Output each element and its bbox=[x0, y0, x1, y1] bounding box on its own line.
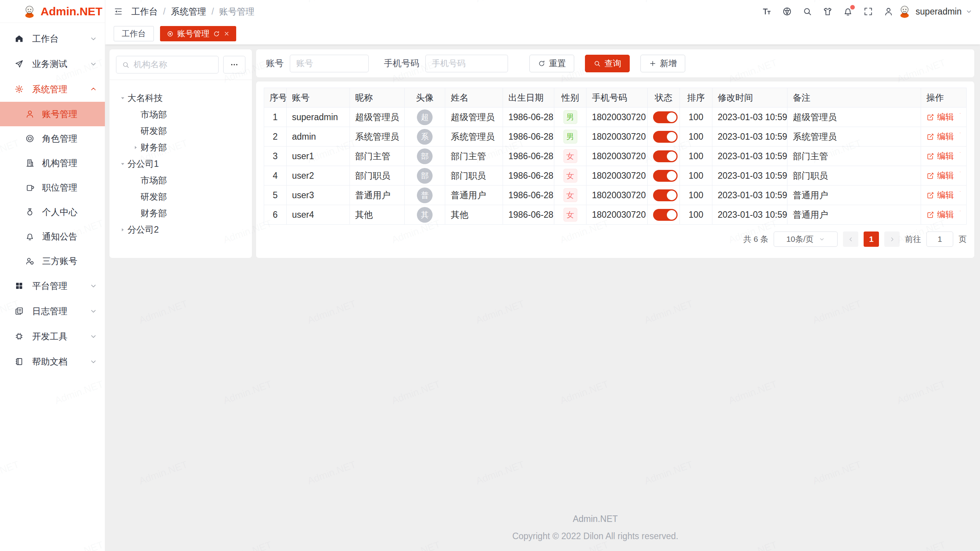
status-toggle[interactable] bbox=[653, 150, 678, 162]
theme-icon[interactable] bbox=[823, 7, 833, 16]
tab-账号管理[interactable]: 账号管理 bbox=[160, 26, 236, 41]
tree-node-研发部[interactable]: 研发部 bbox=[116, 123, 245, 139]
status-toggle[interactable] bbox=[653, 170, 678, 182]
cell-avatar: 其 bbox=[404, 205, 445, 225]
more-actions-button[interactable] bbox=[959, 132, 961, 141]
notification-icon[interactable] bbox=[843, 7, 853, 16]
chip-icon bbox=[15, 332, 24, 341]
breadcrumb-item[interactable]: 工作台 bbox=[131, 6, 158, 18]
sidebar-subitem-角色管理[interactable]: 角色管理 bbox=[0, 126, 105, 151]
more-actions-button[interactable] bbox=[959, 210, 961, 219]
user-icon[interactable] bbox=[884, 7, 893, 16]
tree-node-分公司1[interactable]: 分公司1 bbox=[116, 156, 245, 172]
column-header-op: 操作 bbox=[921, 88, 966, 108]
cell-remark: 普通用户 bbox=[787, 186, 921, 205]
collapse-menu-icon[interactable] bbox=[114, 7, 123, 16]
language-icon[interactable] bbox=[782, 7, 792, 16]
cell-modified: 2023-01-03 10:59:44 bbox=[712, 186, 787, 205]
tree-node-分公司2[interactable]: 分公司2 bbox=[116, 222, 245, 238]
app-logo[interactable]: Admin.NET bbox=[0, 0, 105, 23]
edit-button[interactable]: 编辑 bbox=[926, 131, 954, 142]
breadcrumb-item[interactable]: 账号管理 bbox=[219, 6, 255, 18]
tab-工作台[interactable]: 工作台 bbox=[114, 26, 154, 41]
tree-node-大名科技[interactable]: 大名科技 bbox=[116, 90, 245, 106]
row-actions: 编辑 bbox=[926, 170, 961, 181]
more-actions-button[interactable] bbox=[959, 191, 961, 200]
sidebar-item-日志管理[interactable]: 日志管理 bbox=[0, 298, 105, 324]
sidebar-item-系统管理[interactable]: 系统管理 bbox=[0, 77, 105, 102]
close-icon[interactable] bbox=[224, 31, 230, 37]
search-icon[interactable] bbox=[802, 7, 812, 16]
status-toggle[interactable] bbox=[653, 189, 678, 201]
caret-right-icon[interactable] bbox=[131, 143, 140, 153]
phone-input[interactable] bbox=[425, 55, 508, 72]
user-menu[interactable]: superadmin bbox=[897, 4, 972, 19]
tree-node-label: 财务部 bbox=[140, 207, 167, 219]
status-toggle[interactable] bbox=[653, 131, 678, 143]
edit-label: 编辑 bbox=[937, 170, 954, 181]
caret-spacer bbox=[131, 110, 140, 120]
tree-node-市场部[interactable]: 市场部 bbox=[116, 106, 245, 123]
tree-more-button[interactable] bbox=[223, 56, 245, 73]
accounts-table: 序号账号昵称头像姓名出生日期性别手机号码状态排序修改时间备注操作 1supera… bbox=[264, 88, 967, 225]
sidebar-subitem-职位管理[interactable]: 职位管理 bbox=[0, 175, 105, 200]
caret-right-icon[interactable] bbox=[118, 225, 127, 235]
chevron-down-icon bbox=[965, 8, 972, 15]
column-header-birth: 出生日期 bbox=[503, 88, 554, 108]
sidebar-item-业务测试[interactable]: 业务测试 bbox=[0, 51, 105, 77]
status-toggle[interactable] bbox=[653, 111, 678, 123]
sidebar-subitem-账号管理[interactable]: 账号管理 bbox=[0, 102, 105, 126]
tree-node-财务部[interactable]: 财务部 bbox=[116, 139, 245, 156]
sidebar-item-平台管理[interactable]: 平台管理 bbox=[0, 273, 105, 298]
font-size-icon[interactable] bbox=[762, 7, 772, 16]
account-label: 账号 bbox=[266, 57, 284, 69]
goto-page-input[interactable] bbox=[926, 231, 953, 247]
edit-button[interactable]: 编辑 bbox=[926, 111, 954, 123]
sidebar-subitem-通知公告[interactable]: 通知公告 bbox=[0, 224, 105, 249]
goto-label: 前往 bbox=[905, 234, 921, 245]
sidebar-item-开发工具[interactable]: 开发工具 bbox=[0, 324, 105, 349]
edit-button[interactable]: 编辑 bbox=[926, 150, 954, 162]
tree-node-财务部[interactable]: 财务部 bbox=[116, 205, 245, 222]
cell-modified: 2023-01-03 10:59:44 bbox=[712, 205, 787, 225]
cell-birth: 1986-06-28 bbox=[503, 186, 554, 205]
notification-badge bbox=[850, 5, 855, 10]
edit-label: 编辑 bbox=[937, 189, 954, 201]
org-search-input[interactable] bbox=[134, 60, 213, 70]
footer-copyright: Copyright © 2022 Dilon All rights reserv… bbox=[211, 528, 980, 545]
account-input[interactable] bbox=[290, 55, 369, 72]
cell-index: 5 bbox=[264, 186, 287, 205]
cell-birth: 1986-06-28 bbox=[503, 147, 554, 166]
search-button[interactable]: 查询 bbox=[585, 55, 630, 72]
fullscreen-icon[interactable] bbox=[863, 7, 873, 16]
sidebar-subitem-三方账号[interactable]: 三方账号 bbox=[0, 249, 105, 273]
breadcrumb-item[interactable]: 系统管理 bbox=[171, 6, 206, 18]
edit-button[interactable]: 编辑 bbox=[926, 189, 954, 201]
page-size-select[interactable]: 10条/页 bbox=[774, 231, 838, 247]
tree-node-市场部[interactable]: 市场部 bbox=[116, 172, 245, 189]
user-avatar bbox=[897, 4, 912, 19]
page-1-button[interactable]: 1 bbox=[864, 231, 879, 247]
edit-label: 编辑 bbox=[937, 209, 954, 220]
next-page-button[interactable] bbox=[884, 231, 900, 247]
status-toggle[interactable] bbox=[653, 209, 678, 221]
more-actions-button[interactable] bbox=[959, 112, 961, 122]
more-actions-button[interactable] bbox=[959, 171, 961, 180]
top-bar: 工作台/系统管理/账号管理 superadmin bbox=[105, 0, 980, 23]
edit-button[interactable]: 编辑 bbox=[926, 209, 954, 220]
sidebar-item-帮助文档[interactable]: 帮助文档 bbox=[0, 349, 105, 374]
sidebar-subitem-机构管理[interactable]: 机构管理 bbox=[0, 151, 105, 175]
edit-button[interactable]: 编辑 bbox=[926, 170, 954, 181]
sidebar-subitem-个人中心[interactable]: 个人中心 bbox=[0, 200, 105, 224]
sidebar-item-工作台[interactable]: 工作台 bbox=[0, 26, 105, 51]
prev-page-button[interactable] bbox=[843, 231, 858, 247]
tree-node-研发部[interactable]: 研发部 bbox=[116, 189, 245, 205]
logo-mascot-icon bbox=[22, 4, 37, 19]
add-button[interactable]: 新增 bbox=[640, 55, 685, 72]
refresh-icon[interactable] bbox=[213, 30, 220, 37]
caret-down-icon[interactable] bbox=[118, 159, 127, 169]
more-actions-button[interactable] bbox=[959, 152, 961, 161]
reset-button[interactable]: 重置 bbox=[529, 55, 574, 72]
caret-down-icon[interactable] bbox=[118, 93, 127, 103]
cell-phone: 18020030720 bbox=[586, 147, 648, 166]
